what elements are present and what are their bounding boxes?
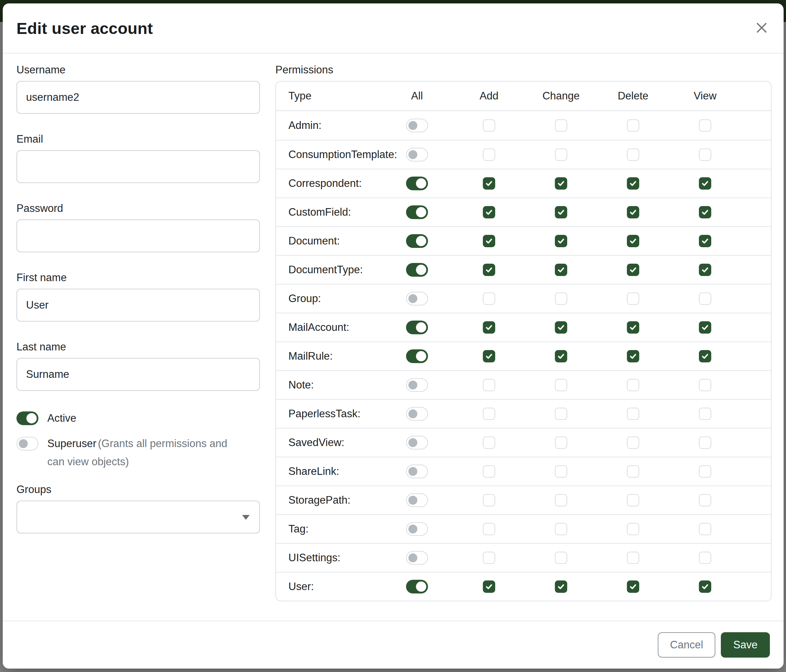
permission-all-toggle[interactable] xyxy=(406,407,428,421)
permission-add-checkbox[interactable] xyxy=(483,350,495,363)
permission-change-checkbox[interactable] xyxy=(555,292,567,305)
superuser-label: Superuser xyxy=(47,438,96,449)
permission-add-checkbox[interactable] xyxy=(483,436,495,449)
permission-add-checkbox[interactable] xyxy=(483,494,495,506)
permission-all-toggle[interactable] xyxy=(406,263,428,277)
permission-change-checkbox[interactable] xyxy=(555,494,567,506)
permission-add-checkbox[interactable] xyxy=(483,321,495,334)
permission-change-checkbox[interactable] xyxy=(555,350,567,363)
permission-view-checkbox[interactable] xyxy=(699,465,711,477)
permission-all-toggle[interactable] xyxy=(406,436,428,449)
permission-change-checkbox[interactable] xyxy=(555,408,567,420)
permission-delete-checkbox[interactable] xyxy=(627,235,639,247)
permission-view-checkbox[interactable] xyxy=(699,264,711,276)
permission-view-checkbox[interactable] xyxy=(699,523,711,535)
permission-delete-checkbox[interactable] xyxy=(627,321,639,334)
permission-view-checkbox[interactable] xyxy=(699,321,711,334)
permission-change-checkbox[interactable] xyxy=(555,465,567,477)
permission-all-toggle[interactable] xyxy=(406,378,428,392)
permission-add-checkbox[interactable] xyxy=(483,119,495,132)
permission-add-checkbox[interactable] xyxy=(483,206,495,218)
permission-view-checkbox[interactable] xyxy=(699,177,711,190)
permission-all-toggle[interactable] xyxy=(406,551,428,565)
cancel-button[interactable]: Cancel xyxy=(658,632,716,658)
permission-view-checkbox[interactable] xyxy=(699,552,711,564)
permission-view-checkbox[interactable] xyxy=(699,148,711,161)
permission-view-checkbox[interactable] xyxy=(699,206,711,218)
first-name-input[interactable] xyxy=(16,289,260,322)
permission-change-checkbox[interactable] xyxy=(555,552,567,564)
permission-add-checkbox[interactable] xyxy=(483,523,495,535)
permission-change-checkbox[interactable] xyxy=(555,264,567,276)
permission-add-checkbox[interactable] xyxy=(483,292,495,305)
permission-add-checkbox[interactable] xyxy=(483,379,495,391)
permission-delete-checkbox[interactable] xyxy=(627,379,639,391)
superuser-toggle[interactable] xyxy=(16,437,38,451)
permission-all-toggle[interactable] xyxy=(406,493,428,507)
permission-delete-checkbox[interactable] xyxy=(627,436,639,449)
permission-add-checkbox[interactable] xyxy=(483,148,495,161)
permission-delete-checkbox[interactable] xyxy=(627,408,639,420)
permission-delete-checkbox[interactable] xyxy=(627,264,639,276)
permission-view-checkbox[interactable] xyxy=(699,581,711,593)
permission-delete-checkbox[interactable] xyxy=(627,292,639,305)
save-button[interactable]: Save xyxy=(721,632,770,658)
permission-view-checkbox[interactable] xyxy=(699,119,711,132)
password-input[interactable] xyxy=(16,220,260,252)
permission-all-toggle[interactable] xyxy=(406,119,428,132)
permission-all-toggle[interactable] xyxy=(406,206,428,219)
active-toggle[interactable] xyxy=(16,411,38,425)
permission-add-checkbox[interactable] xyxy=(483,408,495,420)
permission-change-checkbox[interactable] xyxy=(555,321,567,334)
permission-all-toggle[interactable] xyxy=(406,177,428,190)
permission-all-toggle[interactable] xyxy=(406,522,428,536)
permission-add-checkbox[interactable] xyxy=(483,465,495,477)
permission-add-checkbox[interactable] xyxy=(483,552,495,564)
permission-add-checkbox[interactable] xyxy=(483,264,495,276)
permission-change-checkbox[interactable] xyxy=(555,379,567,391)
permission-change-checkbox[interactable] xyxy=(555,206,567,218)
permission-change-checkbox[interactable] xyxy=(555,148,567,161)
permission-all-toggle[interactable] xyxy=(406,465,428,478)
email-input[interactable] xyxy=(16,150,260,183)
last-name-input[interactable] xyxy=(16,358,260,391)
permissions-rows: Admin: ConsumptionTemplate: xyxy=(276,111,771,601)
groups-select[interactable] xyxy=(16,501,260,534)
permission-all-toggle[interactable] xyxy=(406,234,428,248)
permission-change-checkbox[interactable] xyxy=(555,119,567,132)
permission-change-checkbox[interactable] xyxy=(555,523,567,535)
permission-change-checkbox[interactable] xyxy=(555,436,567,449)
permission-type-label: Admin: xyxy=(288,119,381,132)
permission-view-checkbox[interactable] xyxy=(699,292,711,305)
permission-all-toggle[interactable] xyxy=(406,580,428,593)
permission-change-checkbox[interactable] xyxy=(555,235,567,247)
permission-all-toggle[interactable] xyxy=(406,292,428,306)
permission-all-toggle[interactable] xyxy=(406,320,428,334)
permission-view-checkbox[interactable] xyxy=(699,235,711,247)
toggle-knob xyxy=(416,351,426,361)
permission-add-checkbox[interactable] xyxy=(483,177,495,190)
permission-change-checkbox[interactable] xyxy=(555,581,567,593)
permission-delete-checkbox[interactable] xyxy=(627,119,639,132)
permission-view-checkbox[interactable] xyxy=(699,350,711,363)
permission-all-toggle[interactable] xyxy=(406,349,428,363)
permission-delete-checkbox[interactable] xyxy=(627,552,639,564)
permission-delete-checkbox[interactable] xyxy=(627,148,639,161)
permission-view-checkbox[interactable] xyxy=(699,494,711,506)
permission-delete-checkbox[interactable] xyxy=(627,206,639,218)
close-button[interactable] xyxy=(752,19,771,38)
permission-delete-checkbox[interactable] xyxy=(627,581,639,593)
permission-all-toggle[interactable] xyxy=(406,148,428,162)
permission-delete-checkbox[interactable] xyxy=(627,177,639,190)
permission-delete-checkbox[interactable] xyxy=(627,523,639,535)
permission-add-checkbox[interactable] xyxy=(483,581,495,593)
permission-view-checkbox[interactable] xyxy=(699,408,711,420)
username-input[interactable] xyxy=(16,81,260,114)
permission-delete-checkbox[interactable] xyxy=(627,494,639,506)
permission-view-checkbox[interactable] xyxy=(699,436,711,449)
permission-delete-checkbox[interactable] xyxy=(627,350,639,363)
permission-view-checkbox[interactable] xyxy=(699,379,711,391)
permission-delete-checkbox[interactable] xyxy=(627,465,639,477)
permission-add-checkbox[interactable] xyxy=(483,235,495,247)
permission-change-checkbox[interactable] xyxy=(555,177,567,190)
